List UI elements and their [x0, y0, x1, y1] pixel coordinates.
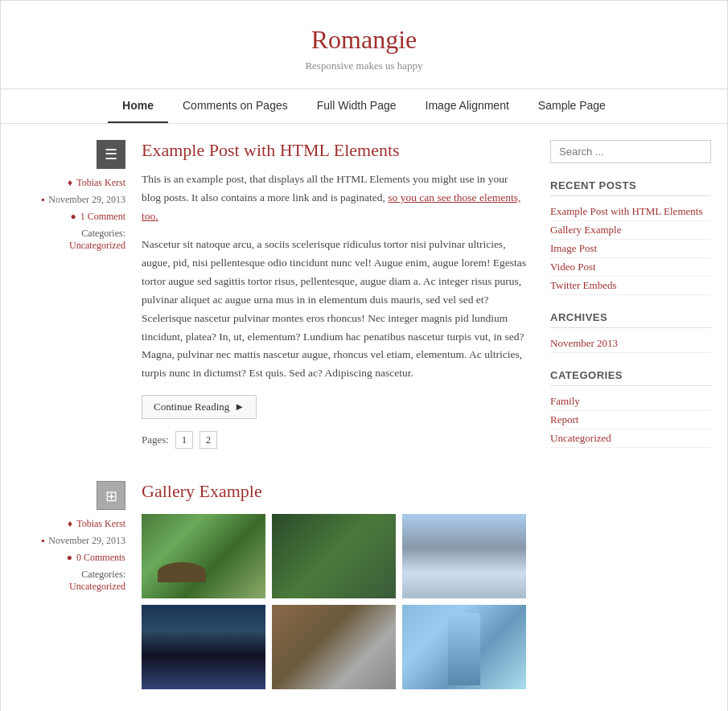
- continue-reading-label: Continue Reading: [154, 401, 229, 413]
- categories-title: CATEGORIES: [550, 369, 711, 386]
- nav-link-comments[interactable]: Comments on Pages: [168, 89, 302, 121]
- user-icon: ♦: [68, 177, 72, 189]
- nav-link-image[interactable]: Image Alignment: [411, 89, 524, 121]
- gallery-content: Gallery Example: [142, 481, 526, 689]
- post-author-link[interactable]: Tobias Kerst: [76, 177, 125, 189]
- sidebar-archives: ARCHIVES November 2013: [550, 311, 711, 353]
- nav-link-sample[interactable]: Sample Page: [524, 89, 620, 121]
- site-header: Romangie Responsive makes us happy: [1, 1, 727, 89]
- gallery-thumb-2[interactable]: [272, 514, 396, 598]
- archives-title: ARCHIVES: [550, 311, 711, 328]
- category-link-family[interactable]: Family: [550, 392, 711, 411]
- post-body: This is an example post, that displays a…: [142, 171, 526, 383]
- post-author-row: ♦ Tobias Kerst: [9, 177, 125, 189]
- page-2-link[interactable]: 2: [199, 431, 217, 449]
- gallery-date: November 29, 2013: [48, 535, 125, 547]
- post-excerpt: This is an example post, that displays a…: [142, 171, 526, 226]
- post-comments-link[interactable]: 1 Comment: [80, 211, 125, 223]
- main-content: ☰ ♦ Tobias Kerst ▪ November 29, 2013 ●: [9, 140, 550, 711]
- user-icon-2: ♦: [68, 518, 72, 530]
- nav-item-home[interactable]: Home: [108, 89, 168, 123]
- sidebar-recent-posts: RECENT POSTS Example Post with HTML Elem…: [550, 179, 711, 295]
- recent-posts-title: RECENT POSTS: [550, 179, 711, 196]
- comment-icon-2: ●: [67, 552, 72, 564]
- continue-reading-button[interactable]: Continue Reading ►: [142, 395, 257, 419]
- gallery-categories-label: Categories:: [81, 569, 125, 580]
- gallery-date-row: ▪ November 29, 2013: [9, 535, 125, 547]
- post-title-link[interactable]: Example Post with HTML Elements: [142, 140, 400, 160]
- gallery-thumb-4[interactable]: [142, 605, 265, 689]
- nav-item-comments[interactable]: Comments on Pages: [168, 89, 302, 123]
- gallery-format-icon: ⊞: [97, 481, 125, 510]
- gallery-category-link[interactable]: Uncategorized: [69, 581, 125, 592]
- post-categories-row: Categories: Uncategorized: [9, 228, 125, 252]
- nav-item-fullwidth[interactable]: Full Width Page: [302, 89, 411, 123]
- category-link-report[interactable]: Report: [550, 411, 711, 429]
- recent-post-link-1[interactable]: Example Post with HTML Elements: [550, 203, 711, 221]
- post-date: November 29, 2013: [48, 194, 125, 206]
- nav-link-fullwidth[interactable]: Full Width Page: [302, 89, 411, 121]
- excerpt-link[interactable]: so you can see those elements, too.: [142, 191, 520, 222]
- pages-label: Pages:: [142, 434, 169, 446]
- post-meta-sidebar: ☰ ♦ Tobias Kerst ▪ November 29, 2013 ●: [9, 140, 142, 449]
- category-link-uncategorized[interactable]: Uncategorized: [550, 429, 711, 448]
- nav-item-image[interactable]: Image Alignment: [411, 89, 524, 123]
- sidebar-categories: CATEGORIES Family Report Uncategorized: [550, 369, 711, 448]
- gallery-thumb-3[interactable]: [402, 514, 526, 598]
- gallery-grid: [142, 514, 526, 689]
- post-date-row: ▪ November 29, 2013: [9, 194, 125, 206]
- content-area: ☰ ♦ Tobias Kerst ▪ November 29, 2013 ●: [1, 124, 727, 711]
- gallery-author-link[interactable]: Tobias Kerst: [76, 518, 125, 530]
- gallery-comments-link[interactable]: 0 Comments: [76, 552, 125, 564]
- gallery-title-link[interactable]: Gallery Example: [142, 481, 262, 501]
- recent-post-link-4[interactable]: Video Post: [550, 258, 711, 277]
- pages-nav: Pages: 1 2: [142, 431, 526, 449]
- calendar-icon-2: ▪: [41, 535, 44, 547]
- post-comments-row: ● 1 Comment: [9, 211, 125, 223]
- site-title: Romangie: [17, 25, 711, 55]
- gallery-comments-row: ● 0 Comments: [9, 552, 125, 564]
- gallery-post-meta: ⊞ ♦ Tobias Kerst ▪ November 29, 2013 ●: [9, 481, 142, 689]
- recent-post-link-2[interactable]: Gallery Example: [550, 221, 711, 240]
- gallery-title: Gallery Example: [142, 481, 526, 502]
- calendar-icon: ▪: [41, 194, 44, 206]
- page-1-link[interactable]: 1: [175, 431, 193, 449]
- recent-post-link-3[interactable]: Image Post: [550, 240, 711, 258]
- comment-icon: ●: [70, 211, 76, 223]
- nav-item-sample[interactable]: Sample Page: [524, 89, 620, 123]
- post-format-icon: ☰: [97, 140, 125, 169]
- nav-link-home[interactable]: Home: [108, 89, 168, 123]
- post-content: Example Post with HTML Elements This is …: [142, 140, 526, 449]
- categories-label: Categories:: [81, 228, 125, 239]
- post-html-elements: ☰ ♦ Tobias Kerst ▪ November 29, 2013 ●: [9, 140, 526, 449]
- gallery-thumb-6[interactable]: [402, 605, 526, 689]
- post-paragraph: Nascetur sit natoque arcu, a sociis scel…: [142, 236, 526, 384]
- search-input[interactable]: [550, 140, 711, 163]
- recent-post-link-5[interactable]: Twitter Embeds: [550, 277, 711, 295]
- sidebar-search: [550, 140, 711, 163]
- post-gallery-example: ⊞ ♦ Tobias Kerst ▪ November 29, 2013 ●: [9, 481, 526, 689]
- gallery-author-row: ♦ Tobias Kerst: [9, 518, 125, 530]
- gallery-thumb-1[interactable]: [142, 514, 265, 598]
- arrow-right-icon: ►: [234, 401, 245, 413]
- sidebar: RECENT POSTS Example Post with HTML Elem…: [550, 140, 711, 711]
- gallery-thumb-5[interactable]: [272, 605, 396, 689]
- site-tagline: Responsive makes us happy: [17, 60, 711, 72]
- post-category-link[interactable]: Uncategorized: [69, 240, 125, 251]
- archive-link-nov2013[interactable]: November 2013: [550, 335, 711, 353]
- site-nav: Home Comments on Pages Full Width Page I…: [1, 89, 727, 124]
- gallery-categories-row: Categories: Uncategorized: [9, 569, 125, 593]
- post-title: Example Post with HTML Elements: [142, 140, 526, 161]
